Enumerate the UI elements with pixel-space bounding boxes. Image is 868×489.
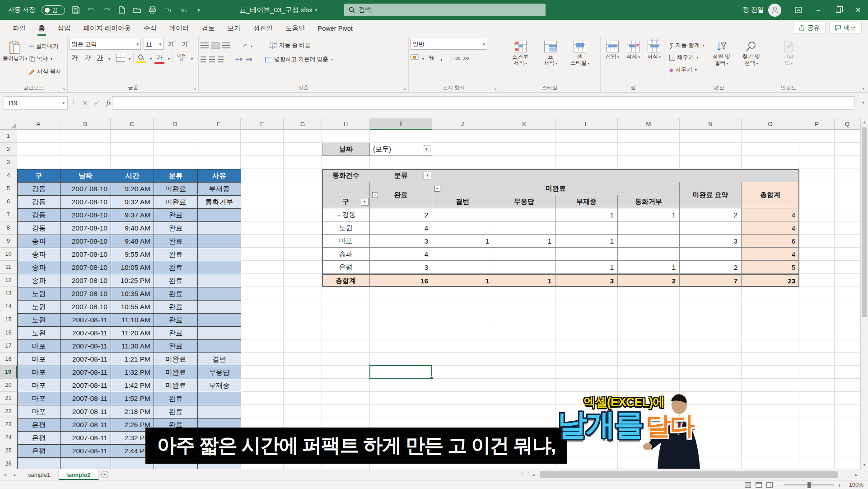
column-header-H[interactable]: H bbox=[322, 118, 370, 130]
table-cell[interactable]: 9:37 AM bbox=[111, 209, 154, 222]
underline-icon[interactable]: 가 bbox=[95, 53, 105, 62]
column-header-N[interactable]: N bbox=[680, 118, 742, 130]
pivot-value-cell[interactable] bbox=[432, 261, 493, 274]
column-header-G[interactable]: G bbox=[284, 118, 322, 130]
column-header-Q[interactable]: Q bbox=[835, 118, 860, 130]
collapse-ribbon-icon[interactable]: ▴ bbox=[862, 86, 864, 90]
format-painter-button[interactable]: 서식 복사 bbox=[28, 67, 62, 76]
row-header-11[interactable]: 11 bbox=[0, 261, 17, 274]
table-cell[interactable] bbox=[198, 405, 241, 418]
table-cell[interactable]: 2007-08-10 bbox=[61, 235, 111, 248]
table-cell[interactable]: 9:40 AM bbox=[111, 222, 154, 235]
sheet-nav-right-icon[interactable]: ▸ bbox=[10, 469, 20, 480]
page-layout-view-icon[interactable] bbox=[756, 482, 762, 488]
pivot-value-cell[interactable]: 1 bbox=[432, 235, 493, 248]
align-bottom-icon[interactable] bbox=[222, 42, 230, 48]
table-cell[interactable]: 강동 bbox=[18, 183, 61, 196]
align-right-icon[interactable] bbox=[218, 56, 224, 62]
formula-bar-expand-icon[interactable]: ▾ bbox=[862, 100, 864, 105]
table-cell[interactable]: 마포 bbox=[18, 366, 61, 379]
tab-정진일[interactable]: 정진일 bbox=[247, 20, 280, 36]
table-cell[interactable]: 2007-08-10 bbox=[61, 301, 111, 314]
tab-도움말[interactable]: 도움말 bbox=[279, 20, 312, 36]
table-cell[interactable]: 2007-08-11 bbox=[61, 327, 111, 340]
open-folder-icon[interactable] bbox=[133, 5, 142, 14]
row-header-12[interactable]: 12 bbox=[0, 274, 17, 287]
table-cell[interactable]: 9:20 AM bbox=[111, 183, 154, 196]
formula-input[interactable] bbox=[112, 96, 854, 110]
table-cell[interactable]: 무응답 bbox=[198, 366, 241, 379]
number-dialog-launcher[interactable]: ↘ bbox=[493, 86, 497, 91]
horizontal-scroll-track[interactable] bbox=[537, 471, 852, 478]
normal-view-icon[interactable] bbox=[745, 482, 751, 488]
fill-color-icon[interactable] bbox=[136, 54, 146, 62]
pivot-value-cell[interactable] bbox=[618, 221, 680, 235]
table-cell[interactable]: 강동 bbox=[18, 222, 61, 235]
pivot-value-cell[interactable]: 6 bbox=[742, 235, 799, 248]
sort-ascending-icon[interactable]: ㄱ↓ bbox=[163, 5, 173, 14]
table-cell[interactable]: 완료 bbox=[154, 235, 198, 248]
comments-button[interactable]: 메모 bbox=[829, 22, 862, 34]
borders-dropdown[interactable] bbox=[128, 54, 131, 62]
row-header-21[interactable]: 21 bbox=[0, 392, 17, 405]
column-header-O[interactable]: O bbox=[742, 118, 799, 130]
decrease-decimal-icon[interactable]: .00→ bbox=[463, 56, 473, 61]
table-cell[interactable]: 2007-08-10 bbox=[61, 248, 111, 261]
table-header-cell[interactable]: 분류 bbox=[154, 169, 198, 183]
pivot-grand-total-value[interactable]: 1 bbox=[493, 274, 555, 287]
page-break-view-icon[interactable] bbox=[766, 482, 773, 488]
table-cell[interactable]: 완료 bbox=[154, 301, 198, 314]
table-cell[interactable]: 마포 bbox=[18, 392, 61, 405]
tab-검토[interactable]: 검토 bbox=[196, 20, 221, 36]
table-cell[interactable]: 미완료 bbox=[154, 183, 198, 196]
cancel-entry-icon[interactable]: ✕ bbox=[82, 99, 88, 107]
table-cell[interactable]: 송파 bbox=[18, 248, 61, 261]
tab-수식[interactable]: 수식 bbox=[137, 20, 163, 36]
align-top-icon[interactable] bbox=[201, 42, 209, 48]
bold-icon[interactable]: 가 bbox=[70, 53, 79, 62]
fill-handle[interactable] bbox=[430, 376, 433, 380]
customize-qat-icon[interactable] bbox=[194, 5, 203, 14]
pivot-value-cell[interactable]: 4 bbox=[370, 248, 432, 261]
autosave-toggle[interactable]: 끔 bbox=[42, 5, 65, 15]
increase-font-icon[interactable]: 가ˆ bbox=[166, 40, 177, 49]
tab-홈[interactable]: 홈 bbox=[32, 20, 51, 36]
pivot-grand-total-header[interactable]: 총합계 bbox=[742, 182, 799, 208]
table-cell[interactable]: 완료 bbox=[154, 405, 198, 418]
table-cell[interactable]: 미완료 bbox=[154, 379, 198, 392]
row-header-5[interactable]: 5 bbox=[0, 182, 17, 195]
column-header-C[interactable]: C bbox=[111, 118, 154, 130]
table-cell[interactable]: 2007-08-11 bbox=[61, 405, 111, 418]
user-name[interactable]: 정 진일 bbox=[743, 6, 764, 14]
table-cell[interactable]: 2007-08-10 bbox=[61, 196, 111, 209]
column-field-dropdown-icon[interactable]: ▼ bbox=[424, 172, 431, 179]
table-cell[interactable]: 미완료 bbox=[154, 366, 198, 379]
row-header-20[interactable]: 20 bbox=[0, 379, 17, 392]
row-header-25[interactable]: 25 bbox=[0, 444, 17, 457]
table-cell[interactable]: 은평 bbox=[18, 445, 61, 458]
column-header-A[interactable]: A bbox=[17, 118, 60, 130]
pivot-value-cell[interactable] bbox=[618, 248, 680, 261]
column-header-F[interactable]: F bbox=[241, 118, 284, 130]
table-cell[interactable] bbox=[18, 458, 61, 469]
scroll-down-icon[interactable]: ▼ bbox=[861, 461, 868, 469]
number-format-select[interactable]: 일반 bbox=[411, 39, 487, 50]
table-cell[interactable]: 노원 bbox=[18, 301, 61, 314]
table-cell[interactable]: 완료 bbox=[154, 261, 198, 274]
pivot-value-cell[interactable]: 2 bbox=[680, 261, 742, 274]
zoom-out-icon[interactable]: − bbox=[777, 482, 781, 489]
table-cell[interactable]: 2007-08-11 bbox=[61, 314, 111, 327]
table-cell[interactable]: 2007-08-11 bbox=[61, 445, 111, 458]
pivot-value-cell[interactable]: 2 bbox=[680, 208, 742, 221]
find-select-button[interactable]: 찾기 및 선택 bbox=[737, 39, 765, 84]
table-cell[interactable]: 완료 bbox=[154, 327, 198, 340]
orientation-icon[interactable]: ↗ bbox=[242, 42, 247, 49]
pivot-value-cell[interactable]: 2 bbox=[370, 208, 432, 221]
row-header-6[interactable]: 6 bbox=[0, 195, 17, 208]
pivot-row-field[interactable]: 구▼ bbox=[322, 195, 370, 208]
merge-center-button[interactable]: ↔ 병합하고 가운데 맞춤 bbox=[264, 55, 334, 64]
pivot-value-cell[interactable] bbox=[432, 248, 493, 261]
row-header-2[interactable]: 2 bbox=[0, 143, 17, 156]
table-cell[interactable]: 마포 bbox=[18, 353, 61, 366]
redo-icon[interactable] bbox=[102, 5, 111, 14]
